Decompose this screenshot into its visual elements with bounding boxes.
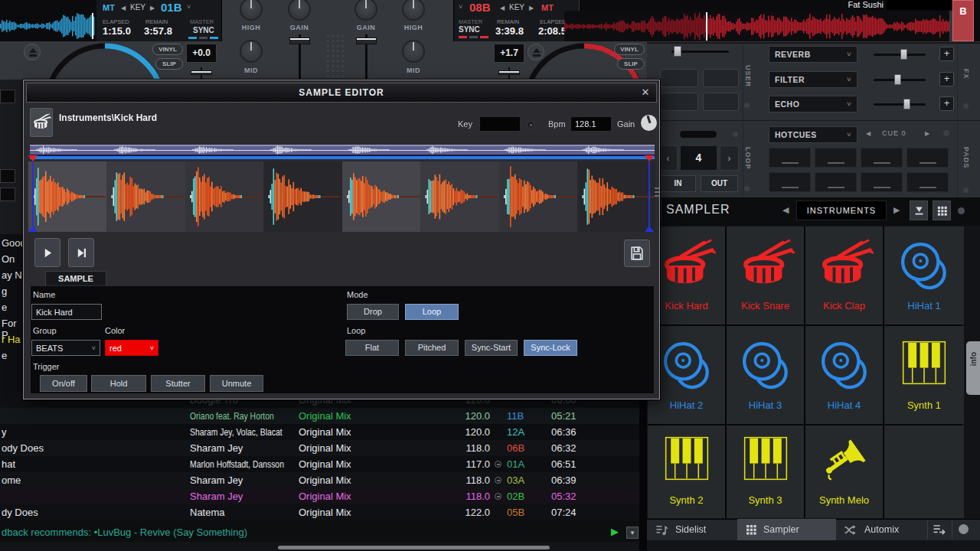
cue-prev-arrow[interactable]: ◀ xyxy=(866,130,871,137)
sampler-pad-hihat-3[interactable]: HiHat 3 xyxy=(727,326,804,424)
tab-sample[interactable]: SAMPLE xyxy=(45,271,106,286)
gain-knob[interactable] xyxy=(641,115,657,131)
sampler-view-grid-icon[interactable] xyxy=(933,201,951,220)
loop-end-line[interactable] xyxy=(648,161,650,232)
bank-prev-arrow[interactable]: ◀ xyxy=(782,205,789,215)
trigger-unmute-button[interactable]: Unmute xyxy=(210,375,263,392)
info-side-tab[interactable]: info xyxy=(966,341,980,395)
hotcue-pad[interactable] xyxy=(769,172,811,192)
preview-play-button[interactable] xyxy=(34,238,60,267)
track-row[interactable]: Oriano feat. Ray Horton Original Mix 120… xyxy=(0,408,647,424)
loop-sync-start-button[interactable]: Sync-Start xyxy=(465,340,518,356)
tab-automix[interactable]: Automix xyxy=(836,519,927,540)
cue-next-arrow[interactable]: ▶ xyxy=(925,130,929,137)
deck-a-pitch-display[interactable]: +0.0 xyxy=(186,44,217,63)
loop-end-marker-top[interactable] xyxy=(645,155,654,161)
pads-tab-label[interactable]: PADS xyxy=(962,147,970,168)
loop-sync-lock-button-active[interactable]: Sync-Lock xyxy=(524,340,577,356)
save-button[interactable] xyxy=(624,240,650,267)
close-icon[interactable]: ✕ xyxy=(635,83,656,103)
loop-in-button[interactable]: IN xyxy=(660,175,696,192)
fx-slot-3-select[interactable]: ECHO˅ xyxy=(769,96,858,112)
loop-start-marker-top[interactable] xyxy=(28,155,38,161)
fx-slot-3-handle[interactable] xyxy=(903,99,910,109)
loop-move-slider[interactable] xyxy=(680,131,717,138)
horizontal-scrollbar[interactable] xyxy=(278,546,550,549)
hotcue-pad[interactable] xyxy=(906,148,949,168)
hotcue-pad[interactable] xyxy=(815,148,857,168)
track-row[interactable]: ome Sharam Jey Original Mix 118.0 03A 06… xyxy=(0,472,647,488)
blank-button[interactable] xyxy=(703,69,739,87)
loop-size-display[interactable]: 4 xyxy=(680,145,717,171)
track-row[interactable]: y Sharam Jey, Volac, Blacat Original Mix… xyxy=(0,424,647,440)
sampler-rec-dot[interactable] xyxy=(958,207,965,214)
dialog-title-bar[interactable]: SAMPLE EDITOR xyxy=(26,83,657,103)
blank-button[interactable] xyxy=(703,93,739,111)
fx-slot-3-add-button[interactable]: + xyxy=(939,96,954,111)
sampler-pad-kick-snare[interactable]: Kick Snare xyxy=(727,227,804,324)
loop-out-button[interactable]: OUT xyxy=(701,175,738,192)
user-tab-label[interactable]: USER xyxy=(744,65,752,87)
fx-slot-3-slider[interactable] xyxy=(874,103,926,106)
sample-name-input[interactable] xyxy=(31,304,102,320)
fx-slot-1-slider[interactable] xyxy=(874,54,926,56)
mode-drop-button[interactable]: Drop xyxy=(347,304,399,320)
sampler-pad-hihat-1[interactable]: HiHat 1 xyxy=(884,227,964,324)
track-title-fragment[interactable]: g xyxy=(2,285,7,297)
browser-item-box[interactable] xyxy=(0,90,15,103)
export-sidelist-button[interactable] xyxy=(927,519,952,540)
hotcue-pad[interactable] xyxy=(861,148,903,168)
deck-b-pitch-display[interactable]: +1.7 xyxy=(494,44,524,63)
fx-slot-1-handle[interactable] xyxy=(900,49,907,60)
record-button[interactable] xyxy=(959,524,969,534)
hotcues-select[interactable]: HOTCUES˅ xyxy=(769,126,858,143)
sampler-pad-synth-2[interactable]: Synth 2 xyxy=(648,425,725,518)
key-input[interactable] xyxy=(479,116,521,132)
track-title-fragment-highlighted[interactable]: r Ha xyxy=(2,334,21,345)
deck-b-tab[interactable]: B xyxy=(952,0,974,41)
track-row-playing[interactable]: Sharam Jey Original Mix 118.0 02B 05:32 xyxy=(0,488,647,504)
fx-slot-1-add-button[interactable]: + xyxy=(939,47,954,61)
skip-to-end-button[interactable] xyxy=(68,238,94,267)
mode-loop-button-active[interactable]: Loop xyxy=(405,304,459,320)
play-recommendation-icon[interactable]: ▶ xyxy=(611,526,619,537)
track-row[interactable]: ody Does Sharam Jey Original Mix 118.0 0… xyxy=(0,440,647,456)
deck-b-eject-button[interactable] xyxy=(528,44,544,60)
color-select[interactable]: red˅ xyxy=(105,340,158,356)
sample-type-drum-icon[interactable] xyxy=(30,108,53,137)
deck-a-pitch-handle[interactable] xyxy=(191,70,212,75)
track-title-fragment[interactable]: ay N xyxy=(2,269,22,281)
sampler-pad-empty[interactable] xyxy=(884,425,964,518)
loop-start-line[interactable] xyxy=(32,161,34,232)
loop-pitched-button[interactable]: Pitched xyxy=(405,340,459,356)
fx-slot-2-add-button[interactable]: + xyxy=(939,72,954,86)
loop-tab-label[interactable]: LOOP xyxy=(744,147,752,170)
track-title-fragment[interactable]: e xyxy=(2,350,7,361)
deck-volume-handle[interactable] xyxy=(674,46,681,57)
hotcue-pad[interactable] xyxy=(861,172,903,192)
loop-end-marker-bottom[interactable] xyxy=(645,226,654,232)
tab-sampler-active[interactable]: Sampler xyxy=(737,519,836,540)
hotcue-pad[interactable] xyxy=(815,172,857,192)
loop-half-button[interactable]: ‹ xyxy=(658,145,678,171)
deck-b-pitch-handle[interactable] xyxy=(498,70,520,75)
recommendation-dropdown-button[interactable]: ▼ xyxy=(626,527,639,539)
track-row[interactable]: hat Marlon Hoffstadt, Dansson Original M… xyxy=(0,456,647,472)
trigger-hold-button[interactable]: Hold xyxy=(91,375,146,392)
track-row[interactable]: dy Does Natema Original Mix 122.0 05B 07… xyxy=(0,504,647,520)
sampler-pad-synth-melo[interactable]: Synth Melo xyxy=(805,425,883,518)
hotcue-pad[interactable] xyxy=(906,172,949,192)
sampler-pad-hihat-4[interactable]: HiHat 4 xyxy=(805,326,883,424)
fx-slot-2-handle[interactable] xyxy=(894,74,901,85)
track-title-fragment[interactable]: On xyxy=(2,253,15,265)
browser-item-box[interactable] xyxy=(0,187,15,201)
sampler-pad-synth-3[interactable]: Synth 3 xyxy=(727,425,804,518)
sampler-pad-kick-clap[interactable]: Kick Clap xyxy=(805,227,883,324)
loop-flat-button[interactable]: Flat xyxy=(345,340,399,356)
deck-a-vinyl-button[interactable]: VINYL xyxy=(152,44,183,55)
blank-button[interactable] xyxy=(660,93,698,111)
deck-b-vinyl-button[interactable]: VINYL xyxy=(614,44,645,55)
fx-slot-1-select[interactable]: REVERB˅ xyxy=(769,46,858,63)
tab-sidelist[interactable]: Sidelist xyxy=(647,519,737,540)
key-reset-dot[interactable] xyxy=(527,121,534,129)
